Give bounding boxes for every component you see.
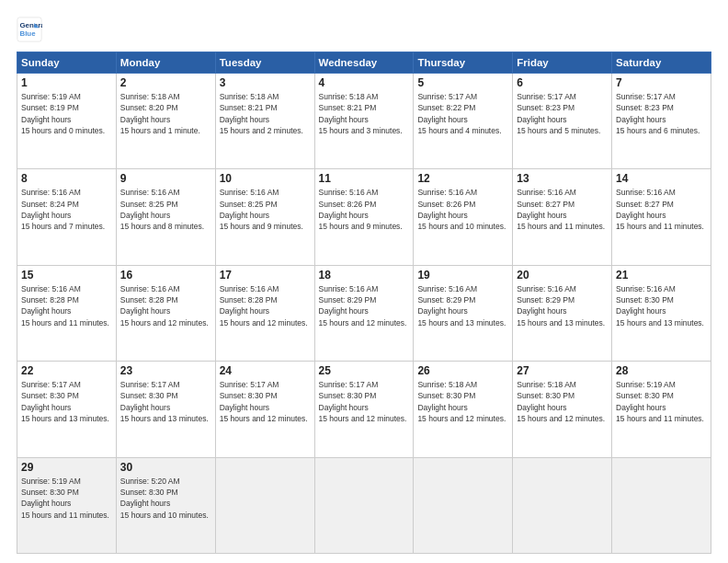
day-info: Sunrise: 5:17 AM Sunset: 8:30 PM Dayligh…	[319, 379, 410, 424]
day-number: 16	[120, 269, 211, 282]
calendar-cell: 1 Sunrise: 5:19 AM Sunset: 8:19 PM Dayli…	[17, 74, 117, 169]
day-number: 22	[21, 364, 112, 377]
calendar-cell	[314, 457, 414, 553]
day-info: Sunrise: 5:16 AM Sunset: 8:25 PM Dayligh…	[220, 187, 311, 232]
day-number: 23	[120, 364, 211, 377]
day-number: 3	[220, 76, 311, 89]
calendar-cell	[513, 457, 612, 553]
calendar-cell: 3 Sunrise: 5:18 AM Sunset: 8:21 PM Dayli…	[215, 74, 314, 169]
col-header-tuesday: Tuesday	[215, 52, 314, 74]
calendar-table: SundayMondayTuesdayWednesdayThursdayFrid…	[17, 52, 711, 554]
calendar-cell: 2 Sunrise: 5:18 AM Sunset: 8:20 PM Dayli…	[116, 74, 215, 169]
calendar-cell: 21 Sunrise: 5:16 AM Sunset: 8:30 PM Dayl…	[612, 265, 711, 361]
day-info: Sunrise: 5:20 AM Sunset: 8:30 PM Dayligh…	[120, 476, 211, 521]
calendar-cell: 5 Sunrise: 5:17 AM Sunset: 8:22 PM Dayli…	[414, 74, 513, 169]
day-info: Sunrise: 5:17 AM Sunset: 8:22 PM Dayligh…	[417, 91, 508, 136]
day-info: Sunrise: 5:19 AM Sunset: 8:19 PM Dayligh…	[21, 91, 112, 136]
day-info: Sunrise: 5:16 AM Sunset: 8:29 PM Dayligh…	[517, 283, 608, 328]
day-info: Sunrise: 5:16 AM Sunset: 8:29 PM Dayligh…	[319, 283, 410, 328]
day-number: 7	[616, 76, 707, 89]
day-number: 25	[319, 364, 410, 377]
calendar-cell: 22 Sunrise: 5:17 AM Sunset: 8:30 PM Dayl…	[17, 362, 117, 457]
day-number: 1	[21, 76, 112, 89]
logo: General Blue	[17, 17, 42, 42]
logo-icon: General Blue	[17, 17, 42, 42]
calendar-cell: 11 Sunrise: 5:16 AM Sunset: 8:26 PM Dayl…	[314, 169, 414, 265]
calendar-week-4: 22 Sunrise: 5:17 AM Sunset: 8:30 PM Dayl…	[17, 362, 711, 457]
day-number: 26	[417, 364, 508, 377]
calendar-cell: 4 Sunrise: 5:18 AM Sunset: 8:21 PM Dayli…	[314, 74, 414, 169]
day-info: Sunrise: 5:16 AM Sunset: 8:27 PM Dayligh…	[517, 187, 608, 232]
calendar-cell: 18 Sunrise: 5:16 AM Sunset: 8:29 PM Dayl…	[314, 265, 414, 361]
svg-text:General: General	[20, 21, 43, 29]
day-number: 13	[517, 172, 608, 185]
day-number: 29	[21, 461, 112, 474]
header: General Blue	[17, 17, 711, 42]
calendar-cell: 14 Sunrise: 5:16 AM Sunset: 8:27 PM Dayl…	[612, 169, 711, 265]
day-number: 8	[21, 172, 112, 185]
day-number: 15	[21, 269, 112, 282]
day-number: 2	[120, 76, 211, 89]
day-info: Sunrise: 5:17 AM Sunset: 8:23 PM Dayligh…	[517, 91, 608, 136]
day-number: 4	[319, 76, 410, 89]
day-info: Sunrise: 5:18 AM Sunset: 8:20 PM Dayligh…	[120, 91, 211, 136]
calendar-cell	[612, 457, 711, 553]
calendar-week-3: 15 Sunrise: 5:16 AM Sunset: 8:28 PM Dayl…	[17, 265, 711, 361]
day-info: Sunrise: 5:16 AM Sunset: 8:28 PM Dayligh…	[21, 283, 112, 328]
calendar-cell: 13 Sunrise: 5:16 AM Sunset: 8:27 PM Dayl…	[513, 169, 612, 265]
day-info: Sunrise: 5:16 AM Sunset: 8:27 PM Dayligh…	[616, 187, 707, 232]
calendar-cell: 27 Sunrise: 5:18 AM Sunset: 8:30 PM Dayl…	[513, 362, 612, 457]
col-header-wednesday: Wednesday	[314, 52, 414, 74]
day-info: Sunrise: 5:17 AM Sunset: 8:30 PM Dayligh…	[120, 379, 211, 424]
day-info: Sunrise: 5:17 AM Sunset: 8:30 PM Dayligh…	[21, 379, 112, 424]
col-header-friday: Friday	[513, 52, 612, 74]
day-number: 19	[417, 269, 508, 282]
calendar-cell: 6 Sunrise: 5:17 AM Sunset: 8:23 PM Dayli…	[513, 74, 612, 169]
calendar-cell: 29 Sunrise: 5:19 AM Sunset: 8:30 PM Dayl…	[17, 457, 117, 553]
day-info: Sunrise: 5:18 AM Sunset: 8:21 PM Dayligh…	[319, 91, 410, 136]
calendar-cell: 23 Sunrise: 5:17 AM Sunset: 8:30 PM Dayl…	[116, 362, 215, 457]
day-info: Sunrise: 5:16 AM Sunset: 8:28 PM Dayligh…	[120, 283, 211, 328]
day-info: Sunrise: 5:18 AM Sunset: 8:21 PM Dayligh…	[220, 91, 311, 136]
day-number: 5	[417, 76, 508, 89]
col-header-monday: Monday	[116, 52, 215, 74]
col-header-sunday: Sunday	[17, 52, 117, 74]
day-number: 14	[616, 172, 707, 185]
day-info: Sunrise: 5:16 AM Sunset: 8:29 PM Dayligh…	[417, 283, 508, 328]
calendar-cell: 19 Sunrise: 5:16 AM Sunset: 8:29 PM Dayl…	[414, 265, 513, 361]
day-info: Sunrise: 5:16 AM Sunset: 8:26 PM Dayligh…	[319, 187, 410, 232]
day-info: Sunrise: 5:16 AM Sunset: 8:30 PM Dayligh…	[616, 283, 707, 328]
calendar-cell: 26 Sunrise: 5:18 AM Sunset: 8:30 PM Dayl…	[414, 362, 513, 457]
day-number: 18	[319, 269, 410, 282]
day-info: Sunrise: 5:17 AM Sunset: 8:30 PM Dayligh…	[220, 379, 311, 424]
day-number: 9	[120, 172, 211, 185]
day-info: Sunrise: 5:18 AM Sunset: 8:30 PM Dayligh…	[517, 379, 608, 424]
calendar-week-2: 8 Sunrise: 5:16 AM Sunset: 8:24 PM Dayli…	[17, 169, 711, 265]
calendar-cell: 9 Sunrise: 5:16 AM Sunset: 8:25 PM Dayli…	[116, 169, 215, 265]
page: General Blue SundayMondayTuesdayWednesda…	[0, 0, 728, 563]
col-header-saturday: Saturday	[612, 52, 711, 74]
calendar-week-1: 1 Sunrise: 5:19 AM Sunset: 8:19 PM Dayli…	[17, 74, 711, 169]
day-number: 17	[220, 269, 311, 282]
day-number: 6	[517, 76, 608, 89]
calendar-cell: 30 Sunrise: 5:20 AM Sunset: 8:30 PM Dayl…	[116, 457, 215, 553]
calendar-cell: 8 Sunrise: 5:16 AM Sunset: 8:24 PM Dayli…	[17, 169, 117, 265]
calendar-cell: 7 Sunrise: 5:17 AM Sunset: 8:23 PM Dayli…	[612, 74, 711, 169]
calendar-cell: 25 Sunrise: 5:17 AM Sunset: 8:30 PM Dayl…	[314, 362, 414, 457]
svg-text:Blue: Blue	[20, 29, 37, 38]
col-header-thursday: Thursday	[414, 52, 513, 74]
day-info: Sunrise: 5:19 AM Sunset: 8:30 PM Dayligh…	[616, 379, 707, 424]
calendar-cell: 17 Sunrise: 5:16 AM Sunset: 8:28 PM Dayl…	[215, 265, 314, 361]
day-number: 10	[220, 172, 311, 185]
day-number: 20	[517, 269, 608, 282]
day-number: 27	[517, 364, 608, 377]
calendar-cell: 16 Sunrise: 5:16 AM Sunset: 8:28 PM Dayl…	[116, 265, 215, 361]
day-info: Sunrise: 5:19 AM Sunset: 8:30 PM Dayligh…	[21, 476, 112, 521]
calendar-cell	[414, 457, 513, 553]
day-number: 24	[220, 364, 311, 377]
day-info: Sunrise: 5:16 AM Sunset: 8:24 PM Dayligh…	[21, 187, 112, 232]
day-number: 30	[120, 461, 211, 474]
calendar-cell: 10 Sunrise: 5:16 AM Sunset: 8:25 PM Dayl…	[215, 169, 314, 265]
calendar-week-5: 29 Sunrise: 5:19 AM Sunset: 8:30 PM Dayl…	[17, 457, 711, 553]
day-number: 21	[616, 269, 707, 282]
